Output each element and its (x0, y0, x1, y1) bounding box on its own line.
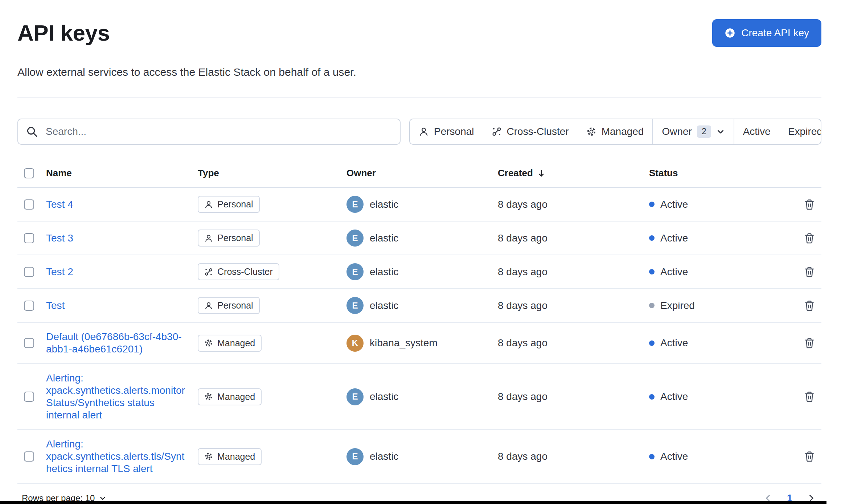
owner-avatar: E (346, 448, 364, 465)
gear-icon (204, 452, 213, 461)
delete-button[interactable] (802, 197, 817, 212)
delete-button[interactable] (802, 298, 817, 313)
filter-group: Personal Cross-Cluster Managed Owner 2 (409, 119, 821, 145)
delete-button[interactable] (802, 335, 817, 351)
type-badge-label: Managed (217, 338, 255, 348)
owner-name: elastic (370, 300, 398, 311)
owner-name: elastic (370, 266, 398, 278)
row-checkbox[interactable] (24, 199, 34, 210)
api-key-name-link[interactable]: Alerting: xpack.synthetics.alerts.monito… (46, 372, 198, 421)
type-badge-label: Cross-Cluster (217, 267, 273, 277)
api-key-name-link[interactable]: Test (46, 299, 74, 312)
api-keys-page: API keys Create API key Allow external s… (0, 0, 841, 504)
filter-active[interactable]: Active (734, 119, 779, 144)
user-icon (204, 234, 213, 243)
owner-name: elastic (370, 199, 398, 210)
table-row: Default (0e67686b-63cf-4b30-abb1-a46be61… (17, 323, 821, 364)
owner-avatar: E (346, 297, 364, 314)
api-key-name-link[interactable]: Test 3 (46, 232, 83, 244)
table-row: Test 4 Personal Eelastic 8 days ago Acti… (17, 188, 821, 222)
user-icon (204, 301, 213, 310)
api-key-name-link[interactable]: Test 4 (46, 198, 83, 211)
page-title: API keys (17, 20, 110, 46)
api-key-name-link[interactable]: Default (0e67686b-63cf-4b30-abb1-a46be61… (46, 331, 198, 355)
type-badge-label: Personal (217, 199, 253, 210)
type-badge: Managed (198, 388, 262, 405)
status-dot (649, 303, 655, 308)
filter-expired[interactable]: Expired (779, 119, 821, 144)
status-dot (649, 269, 655, 274)
status-dot (649, 235, 655, 241)
status-label: Active (660, 391, 688, 402)
status-dot (649, 202, 655, 207)
type-badge-label: Managed (217, 392, 255, 402)
created-cell: 8 days ago (498, 191, 649, 218)
create-api-key-button[interactable]: Create API key (712, 19, 821, 47)
row-checkbox[interactable] (24, 301, 34, 311)
user-icon (204, 200, 213, 209)
owner-name: elastic (370, 451, 398, 462)
row-checkbox[interactable] (24, 267, 34, 277)
column-header-type: Type (198, 159, 346, 187)
type-badge-label: Managed (217, 451, 255, 462)
row-checkbox[interactable] (24, 338, 34, 348)
delete-button[interactable] (802, 389, 817, 404)
delete-button[interactable] (802, 449, 817, 464)
filter-personal-label: Personal (434, 126, 474, 137)
filter-cross-cluster[interactable]: Cross-Cluster (483, 119, 578, 144)
row-checkbox[interactable] (24, 233, 34, 243)
select-all-checkbox[interactable] (24, 168, 34, 178)
created-cell: 8 days ago (498, 292, 649, 319)
table-row: Alerting: xpack.synthetics.alerts.monito… (17, 364, 821, 430)
search-input[interactable] (17, 119, 401, 145)
created-cell: 8 days ago (498, 383, 649, 410)
column-header-status: Status (649, 159, 802, 187)
table-header-row: Name Type Owner Created Status (17, 159, 821, 188)
filter-owner[interactable]: Owner 2 (653, 119, 733, 144)
status-label: Active (660, 451, 688, 462)
gear-icon (586, 127, 596, 137)
page-header: API keys Create API key (17, 19, 821, 47)
status-label: Expired (660, 300, 695, 311)
table-row: Alerting: xpack.synthetics.alerts.tls/Sy… (17, 430, 821, 484)
type-badge: Personal (198, 297, 260, 314)
header-divider (17, 98, 821, 98)
filter-personal[interactable]: Personal (410, 119, 483, 144)
api-key-name-link[interactable]: Test 2 (46, 266, 83, 278)
status-dot (649, 454, 655, 459)
plus-in-circle-icon (725, 28, 735, 38)
gear-icon (204, 339, 213, 347)
delete-button[interactable] (802, 264, 817, 280)
type-badge: Personal (198, 230, 260, 247)
type-badge-label: Personal (217, 233, 253, 243)
status-dot (649, 394, 655, 400)
row-checkbox[interactable] (24, 451, 34, 462)
search-and-filter-bar: Personal Cross-Cluster Managed Owner 2 (17, 119, 821, 145)
delete-button[interactable] (802, 231, 817, 246)
status-label: Active (660, 266, 688, 278)
status-label: Active (660, 337, 688, 349)
api-key-name-link[interactable]: Alerting: xpack.synthetics.alerts.tls/Sy… (46, 438, 198, 475)
table-row: Test 3 Personal Eelastic 8 days ago Acti… (17, 222, 821, 255)
row-checkbox[interactable] (24, 392, 34, 402)
owner-avatar: E (346, 230, 364, 247)
page-subtitle: Allow external services to access the El… (17, 66, 821, 79)
column-header-created-label: Created (498, 168, 533, 179)
owner-name: elastic (370, 232, 398, 244)
type-badge: Cross-Cluster (198, 263, 279, 280)
owner-avatar: E (346, 388, 364, 405)
owner-count-badge: 2 (697, 125, 711, 138)
owner-name: elastic (370, 391, 398, 402)
create-api-key-label: Create API key (741, 27, 809, 39)
status-label: Active (660, 232, 688, 244)
search-box (17, 119, 401, 145)
cluster-icon (492, 127, 502, 137)
type-badge: Managed (198, 335, 262, 352)
bottom-edge-bar (0, 501, 826, 504)
cluster-icon (204, 268, 213, 276)
column-header-created[interactable]: Created (498, 159, 649, 187)
created-cell: 8 days ago (498, 443, 649, 470)
owner-avatar: E (346, 196, 364, 213)
filter-managed[interactable]: Managed (578, 119, 653, 144)
search-icon (26, 126, 38, 137)
